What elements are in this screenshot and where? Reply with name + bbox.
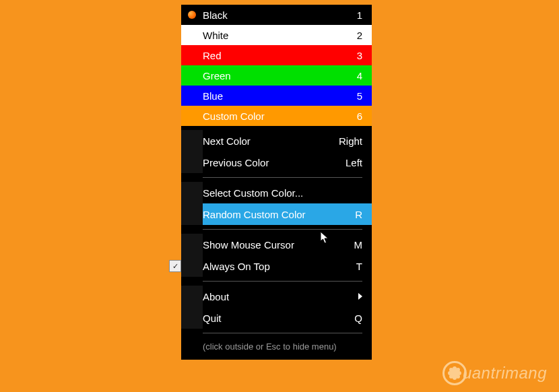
always-on-top-item[interactable]: ✓ Always On Top T: [181, 255, 372, 277]
color-label: Custom Color: [203, 110, 329, 122]
separator: [203, 281, 362, 282]
color-item-custom[interactable]: Custom Color 6: [181, 106, 372, 126]
menu-shortcut: M: [329, 239, 362, 251]
menu-label: Select Custom Color...: [203, 187, 329, 199]
menu-shortcut: Q: [329, 313, 362, 324]
separator: [203, 229, 362, 230]
color-label: Green: [203, 70, 329, 81]
menu-label: Always On Top: [203, 261, 329, 272]
menu-label: Quit: [203, 313, 329, 324]
menu-shortcut: R: [329, 209, 362, 220]
quit-item[interactable]: Quit Q: [181, 307, 372, 329]
color-shortcut: 4: [329, 70, 362, 81]
separator: [203, 333, 362, 333]
select-custom-color-item[interactable]: Select Custom Color...: [181, 182, 372, 203]
menu-label: Show Mouse Cursor: [203, 239, 329, 251]
watermark-text: uantrimang: [463, 364, 547, 383]
hint-text: (click outside or Esc to hide menu): [181, 337, 372, 353]
separator: [203, 177, 362, 178]
color-shortcut: 1: [329, 9, 362, 21]
color-label: Black: [203, 9, 329, 21]
color-label: White: [203, 30, 329, 41]
color-label: Blue: [203, 90, 329, 102]
color-item-white[interactable]: White 2: [181, 25, 372, 45]
color-item-red[interactable]: Red 3: [181, 45, 372, 65]
menu-label: Random Custom Color: [203, 209, 329, 220]
menu-label: Next Color: [203, 135, 329, 147]
color-shortcut: 2: [329, 30, 362, 41]
color-item-blue[interactable]: Blue 5: [181, 86, 372, 106]
checkmark-icon: ✓: [169, 260, 181, 272]
color-item-black[interactable]: Black 1: [181, 5, 372, 25]
color-label: Red: [203, 50, 329, 61]
menu-shortcut: Right: [329, 135, 362, 147]
color-shortcut: 6: [329, 110, 362, 122]
color-item-green[interactable]: Green 4: [181, 65, 372, 86]
bullet-icon: [181, 5, 203, 25]
about-item[interactable]: About: [181, 286, 372, 307]
watermark-bulb-icon: [442, 361, 467, 385]
menu-shortcut: Left: [329, 157, 362, 168]
color-shortcut: 3: [329, 50, 362, 61]
watermark: uantrimang: [442, 361, 547, 385]
color-shortcut: 5: [329, 90, 362, 102]
menu-label: Previous Color: [203, 157, 329, 168]
context-menu: Black 1 White 2 Red 3 Green 4 Blue 5 Cus…: [181, 5, 372, 360]
next-color-item[interactable]: Next Color Right: [181, 130, 372, 152]
menu-label: About: [203, 291, 353, 302]
previous-color-item[interactable]: Previous Color Left: [181, 152, 372, 173]
menu-shortcut: T: [329, 261, 362, 272]
show-mouse-cursor-item[interactable]: Show Mouse Cursor M: [181, 234, 372, 255]
random-custom-color-item[interactable]: Random Custom Color R: [181, 203, 372, 225]
submenu-arrow-icon: [358, 293, 362, 300]
